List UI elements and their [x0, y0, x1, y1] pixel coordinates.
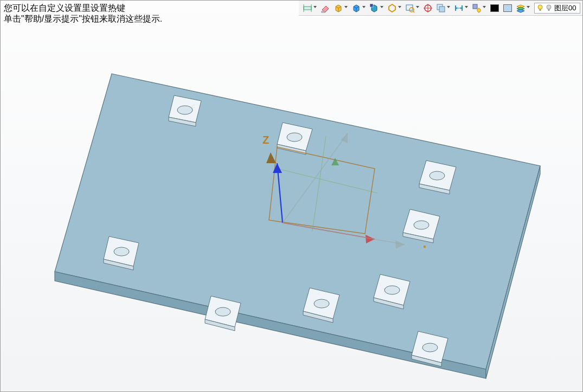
- target-icon: [423, 3, 433, 13]
- target-button[interactable]: [421, 2, 434, 14]
- hint-line-2: 单击"帮助/显示提示"按钮来取消这些提示.: [4, 14, 162, 24]
- eraser-icon: [321, 3, 330, 13]
- svg-point-11: [414, 221, 429, 229]
- svg-point-26: [422, 343, 438, 352]
- svg-point-77: [538, 5, 542, 9]
- svg-point-5: [287, 133, 302, 142]
- chevron-down-icon: [362, 6, 366, 10]
- hint-text: 您可以在自定义设置里设置热键 单击"帮助/显示提示"按钮来取消这些提示.: [4, 3, 162, 24]
- zoom-window-button[interactable]: [403, 2, 421, 14]
- dimension-icon: [303, 3, 312, 13]
- svg-rect-64: [439, 7, 445, 12]
- box-teal-icon: [369, 3, 379, 13]
- svg-rect-70: [473, 4, 477, 9]
- svg-line-59: [413, 11, 414, 12]
- bulb-icon: [537, 4, 543, 12]
- chevron-down-icon: [483, 6, 486, 10]
- light-button[interactable]: [470, 2, 488, 14]
- dimension-tool-button[interactable]: [301, 2, 319, 14]
- svg-point-79: [547, 5, 551, 9]
- box-yellow-icon: [334, 3, 343, 13]
- svg-point-23: [385, 286, 400, 294]
- chevron-down-icon: [527, 6, 530, 10]
- svg-rect-41: [304, 7, 311, 10]
- color-swatch-light[interactable]: [501, 2, 514, 14]
- layer-stack-icon: [516, 3, 526, 13]
- hexagon-icon: [387, 3, 397, 13]
- box-yellow-button[interactable]: [332, 2, 350, 14]
- svg-rect-80: [548, 9, 550, 11]
- chevron-down-icon: [380, 6, 384, 10]
- svg-point-40: [424, 246, 426, 248]
- layer-stack-button[interactable]: [514, 2, 532, 14]
- measure-icon: [454, 3, 464, 13]
- box-blue-icon: [351, 3, 361, 13]
- svg-marker-56: [389, 4, 395, 12]
- zoom-window-icon: [405, 3, 415, 13]
- color-swatch-black[interactable]: [488, 2, 501, 14]
- swatch-light: [503, 4, 512, 12]
- chevron-down-icon: [416, 6, 420, 10]
- chevron-down-icon: [465, 6, 469, 10]
- svg-marker-76: [517, 9, 524, 12]
- svg-point-2: [177, 106, 193, 114]
- svg-point-17: [215, 307, 230, 316]
- box-teal-button[interactable]: [368, 2, 386, 14]
- svg-point-71: [477, 8, 481, 11]
- layer-name: 图层00: [554, 3, 576, 13]
- chevron-down-icon: [398, 6, 402, 10]
- eraser-button[interactable]: [319, 2, 332, 14]
- cad-viewport[interactable]: Z: [1, 1, 582, 391]
- planes-icon: [436, 3, 446, 13]
- svg-point-14: [114, 247, 129, 256]
- chevron-down-icon: [313, 6, 317, 10]
- swatch-black: [490, 4, 499, 12]
- layer-selector[interactable]: 图层00: [534, 3, 580, 14]
- top-toolbar: 图层00: [299, 1, 582, 16]
- svg-point-20: [314, 299, 329, 308]
- box-blue-button[interactable]: [350, 2, 368, 14]
- plate-top-face: [55, 74, 540, 369]
- svg-rect-45: [322, 11, 325, 12]
- svg-point-8: [430, 171, 445, 180]
- hexagon-button[interactable]: [386, 2, 403, 14]
- bulb-off-icon: [546, 4, 552, 12]
- chevron-down-icon: [447, 6, 451, 10]
- axis-z-label: Z: [262, 134, 269, 146]
- svg-rect-78: [540, 9, 541, 11]
- light-icon: [472, 3, 482, 13]
- planes-button[interactable]: [434, 2, 452, 14]
- model-canvas[interactable]: Z: [1, 1, 583, 392]
- chevron-down-icon: [344, 6, 348, 10]
- svg-rect-55: [370, 4, 373, 7]
- measure-button[interactable]: [452, 2, 470, 14]
- hint-line-1: 您可以在自定义设置里设置热键: [4, 3, 162, 14]
